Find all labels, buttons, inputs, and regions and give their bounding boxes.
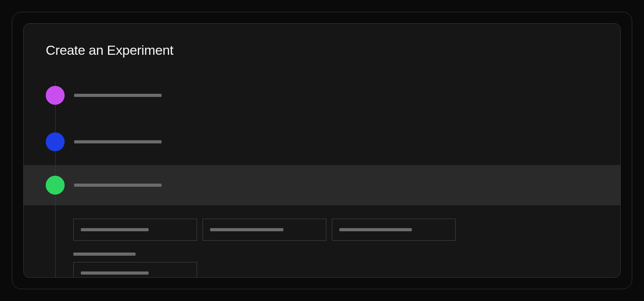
form-input-3[interactable] xyxy=(332,219,456,241)
form-input-4[interactable] xyxy=(73,262,197,278)
input-row-1 xyxy=(73,219,620,241)
step-3-form xyxy=(24,205,620,278)
connector-line xyxy=(55,185,56,278)
step-dot-icon xyxy=(46,132,65,151)
form-input-1[interactable] xyxy=(73,219,197,241)
step-2[interactable] xyxy=(24,119,620,165)
step-label-placeholder xyxy=(74,140,162,143)
steps-list xyxy=(24,72,620,278)
form-input-2[interactable] xyxy=(203,219,326,241)
step-dot-icon xyxy=(46,176,65,195)
field-label-placeholder xyxy=(73,253,136,256)
input-placeholder xyxy=(81,271,149,275)
step-1[interactable] xyxy=(24,72,620,119)
input-placeholder xyxy=(339,228,412,231)
input-placeholder xyxy=(81,228,149,231)
outer-frame: Create an Experiment xyxy=(12,12,632,289)
inner-frame: Create an Experiment xyxy=(23,23,621,278)
input-placeholder xyxy=(210,228,283,231)
step-label-placeholder xyxy=(74,94,162,97)
step-label-placeholder xyxy=(74,184,162,187)
step-dot-icon xyxy=(46,86,65,105)
step-3[interactable] xyxy=(24,165,620,205)
page-title: Create an Experiment xyxy=(24,24,620,72)
